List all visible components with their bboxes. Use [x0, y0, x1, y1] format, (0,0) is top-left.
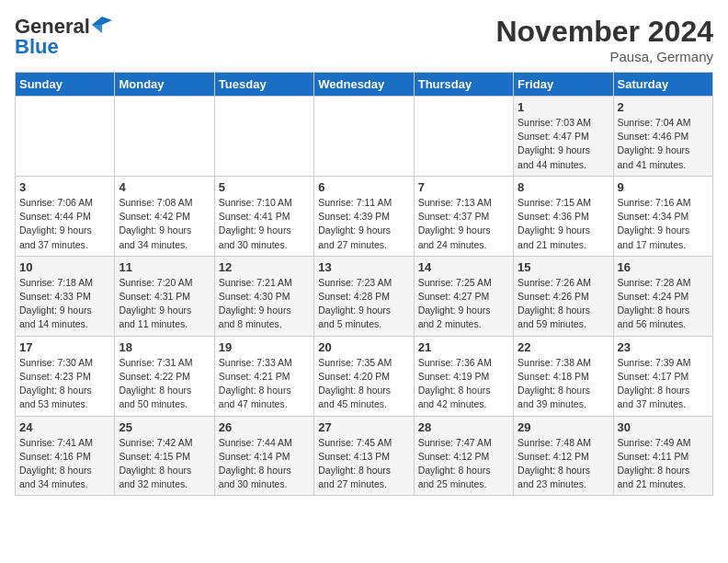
- day-info: Sunrise: 7:18 AMSunset: 4:33 PMDaylight:…: [19, 276, 110, 332]
- day-number: 27: [318, 420, 409, 434]
- calendar-cell: 23Sunrise: 7:39 AMSunset: 4:17 PMDayligh…: [613, 336, 712, 416]
- calendar-cell: 17Sunrise: 7:30 AMSunset: 4:23 PMDayligh…: [16, 336, 115, 416]
- day-number: 25: [119, 420, 210, 434]
- weekday-header-friday: Friday: [514, 73, 613, 97]
- logo-bird-icon: [92, 17, 112, 33]
- day-info: Sunrise: 7:11 AMSunset: 4:39 PMDaylight:…: [318, 196, 409, 252]
- calendar-cell: 18Sunrise: 7:31 AMSunset: 4:22 PMDayligh…: [115, 336, 214, 416]
- day-info: Sunrise: 7:08 AMSunset: 4:42 PMDaylight:…: [119, 196, 210, 252]
- weekday-header-tuesday: Tuesday: [214, 73, 313, 97]
- day-number: 18: [119, 340, 210, 354]
- weekday-header-thursday: Thursday: [414, 73, 513, 97]
- day-number: 15: [518, 260, 609, 274]
- calendar-cell: 11Sunrise: 7:20 AMSunset: 4:31 PMDayligh…: [115, 256, 214, 336]
- day-info: Sunrise: 7:38 AMSunset: 4:18 PMDaylight:…: [518, 356, 609, 412]
- location-subtitle: Pausa, Germany: [495, 49, 713, 64]
- day-number: 16: [618, 260, 709, 274]
- calendar-cell: 25Sunrise: 7:42 AMSunset: 4:15 PMDayligh…: [115, 416, 214, 496]
- page-header: General Blue November 2024 Pausa, German…: [15, 15, 713, 64]
- day-number: 26: [219, 420, 310, 434]
- calendar-cell: 4Sunrise: 7:08 AMSunset: 4:42 PMDaylight…: [115, 176, 214, 256]
- day-info: Sunrise: 7:33 AMSunset: 4:21 PMDaylight:…: [219, 356, 310, 412]
- day-number: 20: [318, 340, 409, 354]
- calendar-cell: 1Sunrise: 7:03 AMSunset: 4:47 PMDaylight…: [514, 97, 613, 177]
- day-number: 5: [219, 180, 310, 194]
- day-info: Sunrise: 7:13 AMSunset: 4:37 PMDaylight:…: [418, 196, 509, 252]
- day-info: Sunrise: 7:23 AMSunset: 4:28 PMDaylight:…: [318, 276, 409, 332]
- day-info: Sunrise: 7:16 AMSunset: 4:34 PMDaylight:…: [618, 196, 709, 252]
- calendar-cell: 30Sunrise: 7:49 AMSunset: 4:11 PMDayligh…: [613, 416, 712, 496]
- day-info: Sunrise: 7:15 AMSunset: 4:36 PMDaylight:…: [518, 196, 609, 252]
- calendar-cell: 12Sunrise: 7:21 AMSunset: 4:30 PMDayligh…: [214, 256, 313, 336]
- day-number: 13: [318, 260, 409, 274]
- day-number: 29: [518, 420, 609, 434]
- day-number: 22: [518, 340, 609, 354]
- calendar-cell: 16Sunrise: 7:28 AMSunset: 4:24 PMDayligh…: [613, 256, 712, 336]
- logo: General Blue: [15, 15, 112, 59]
- calendar-cell: 8Sunrise: 7:15 AMSunset: 4:36 PMDaylight…: [514, 176, 613, 256]
- day-info: Sunrise: 7:36 AMSunset: 4:19 PMDaylight:…: [418, 356, 509, 412]
- day-number: 28: [418, 420, 509, 434]
- calendar-cell: [16, 97, 115, 177]
- week-row-1: 1Sunrise: 7:03 AMSunset: 4:47 PMDaylight…: [16, 97, 713, 177]
- day-number: 23: [618, 340, 709, 354]
- day-info: Sunrise: 7:42 AMSunset: 4:15 PMDaylight:…: [119, 436, 210, 492]
- calendar-cell: 5Sunrise: 7:10 AMSunset: 4:41 PMDaylight…: [214, 176, 313, 256]
- weekday-header-row: SundayMondayTuesdayWednesdayThursdayFrid…: [16, 73, 713, 97]
- svg-marker-1: [92, 25, 102, 33]
- day-info: Sunrise: 7:48 AMSunset: 4:12 PMDaylight:…: [518, 436, 609, 492]
- day-number: 14: [418, 260, 509, 274]
- day-info: Sunrise: 7:21 AMSunset: 4:30 PMDaylight:…: [219, 276, 310, 332]
- day-number: 30: [618, 420, 709, 434]
- calendar-cell: 28Sunrise: 7:47 AMSunset: 4:12 PMDayligh…: [414, 416, 513, 496]
- day-number: 4: [119, 180, 210, 194]
- day-info: Sunrise: 7:49 AMSunset: 4:11 PMDaylight:…: [618, 436, 709, 492]
- calendar-cell: 27Sunrise: 7:45 AMSunset: 4:13 PMDayligh…: [314, 416, 414, 496]
- title-block: November 2024 Pausa, Germany: [495, 15, 713, 64]
- calendar-cell: 6Sunrise: 7:11 AMSunset: 4:39 PMDaylight…: [314, 176, 414, 256]
- logo-text-blue: Blue: [15, 35, 59, 59]
- svg-marker-0: [92, 17, 112, 25]
- day-number: 8: [518, 180, 609, 194]
- day-info: Sunrise: 7:44 AMSunset: 4:14 PMDaylight:…: [219, 436, 310, 492]
- day-number: 3: [19, 180, 110, 194]
- day-number: 21: [418, 340, 509, 354]
- calendar-table: SundayMondayTuesdayWednesdayThursdayFrid…: [15, 72, 713, 496]
- day-info: Sunrise: 7:39 AMSunset: 4:17 PMDaylight:…: [618, 356, 709, 412]
- calendar-cell: 20Sunrise: 7:35 AMSunset: 4:20 PMDayligh…: [314, 336, 414, 416]
- day-info: Sunrise: 7:41 AMSunset: 4:16 PMDaylight:…: [19, 436, 110, 492]
- day-number: 11: [119, 260, 210, 274]
- day-info: Sunrise: 7:30 AMSunset: 4:23 PMDaylight:…: [19, 356, 110, 412]
- calendar-cell: 9Sunrise: 7:16 AMSunset: 4:34 PMDaylight…: [613, 176, 712, 256]
- day-number: 9: [618, 180, 709, 194]
- calendar-cell: 21Sunrise: 7:36 AMSunset: 4:19 PMDayligh…: [414, 336, 513, 416]
- day-number: 2: [618, 100, 709, 114]
- month-title: November 2024: [495, 15, 713, 49]
- day-info: Sunrise: 7:06 AMSunset: 4:44 PMDaylight:…: [19, 196, 110, 252]
- week-row-5: 24Sunrise: 7:41 AMSunset: 4:16 PMDayligh…: [16, 416, 713, 496]
- day-number: 1: [518, 100, 609, 114]
- week-row-2: 3Sunrise: 7:06 AMSunset: 4:44 PMDaylight…: [16, 176, 713, 256]
- calendar-cell: [214, 97, 313, 177]
- day-info: Sunrise: 7:47 AMSunset: 4:12 PMDaylight:…: [418, 436, 509, 492]
- day-info: Sunrise: 7:28 AMSunset: 4:24 PMDaylight:…: [618, 276, 709, 332]
- day-info: Sunrise: 7:03 AMSunset: 4:47 PMDaylight:…: [518, 116, 609, 172]
- day-number: 12: [219, 260, 310, 274]
- day-info: Sunrise: 7:31 AMSunset: 4:22 PMDaylight:…: [119, 356, 210, 412]
- calendar-cell: 2Sunrise: 7:04 AMSunset: 4:46 PMDaylight…: [613, 97, 712, 177]
- day-number: 24: [19, 420, 110, 434]
- calendar-cell: 14Sunrise: 7:25 AMSunset: 4:27 PMDayligh…: [414, 256, 513, 336]
- calendar-cell: 7Sunrise: 7:13 AMSunset: 4:37 PMDaylight…: [414, 176, 513, 256]
- day-info: Sunrise: 7:20 AMSunset: 4:31 PMDaylight:…: [119, 276, 210, 332]
- calendar-cell: 10Sunrise: 7:18 AMSunset: 4:33 PMDayligh…: [16, 256, 115, 336]
- calendar-cell: 15Sunrise: 7:26 AMSunset: 4:26 PMDayligh…: [514, 256, 613, 336]
- weekday-header-sunday: Sunday: [16, 73, 115, 97]
- weekday-header-saturday: Saturday: [613, 73, 712, 97]
- day-info: Sunrise: 7:45 AMSunset: 4:13 PMDaylight:…: [318, 436, 409, 492]
- day-number: 10: [19, 260, 110, 274]
- day-number: 19: [219, 340, 310, 354]
- weekday-header-wednesday: Wednesday: [314, 73, 414, 97]
- week-row-4: 17Sunrise: 7:30 AMSunset: 4:23 PMDayligh…: [16, 336, 713, 416]
- day-info: Sunrise: 7:10 AMSunset: 4:41 PMDaylight:…: [219, 196, 310, 252]
- calendar-cell: 22Sunrise: 7:38 AMSunset: 4:18 PMDayligh…: [514, 336, 613, 416]
